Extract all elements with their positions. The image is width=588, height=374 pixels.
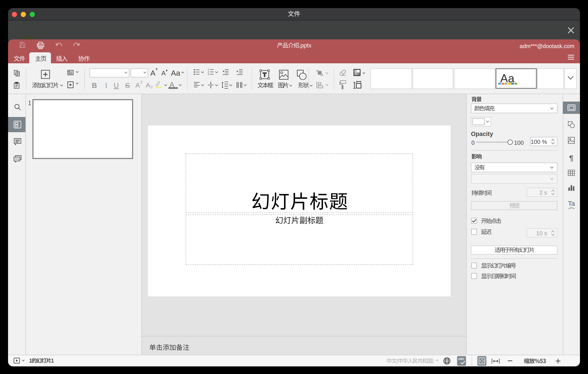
svg-text:3: 3 <box>208 73 209 76</box>
svg-text:1: 1 <box>208 68 209 71</box>
svg-text:2: 2 <box>208 71 209 73</box>
